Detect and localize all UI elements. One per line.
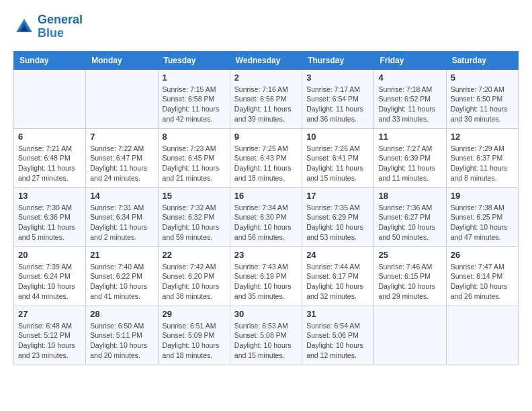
calendar-cell [374, 306, 446, 365]
day-number: 27 [18, 309, 81, 319]
day-detail: Sunrise: 7:34 AM Sunset: 6:30 PM Dayligh… [234, 203, 298, 242]
day-number: 9 [234, 132, 298, 142]
calendar-cell: 6Sunrise: 7:21 AM Sunset: 6:48 PM Daylig… [14, 128, 86, 187]
day-number: 8 [163, 132, 226, 142]
calendar-header-row: SundayMondayTuesdayWednesdayThursdayFrid… [14, 51, 519, 69]
calendar-cell: 15Sunrise: 7:32 AM Sunset: 6:32 PM Dayli… [158, 187, 230, 246]
week-row-3: 13Sunrise: 7:30 AM Sunset: 6:36 PM Dayli… [14, 187, 519, 246]
week-row-5: 27Sunrise: 6:48 AM Sunset: 5:12 PM Dayli… [14, 306, 519, 365]
calendar-cell: 18Sunrise: 7:36 AM Sunset: 6:27 PM Dayli… [374, 187, 446, 246]
col-header-monday: Monday [86, 51, 158, 69]
day-detail: Sunrise: 7:22 AM Sunset: 6:47 PM Dayligh… [90, 144, 153, 183]
calendar-cell: 26Sunrise: 7:47 AM Sunset: 6:14 PM Dayli… [446, 246, 518, 306]
day-number: 31 [306, 309, 369, 319]
week-row-1: 1Sunrise: 7:15 AM Sunset: 6:58 PM Daylig… [14, 69, 519, 128]
day-number: 24 [306, 250, 369, 260]
col-header-tuesday: Tuesday [158, 51, 230, 69]
day-number: 19 [451, 191, 514, 201]
week-row-4: 20Sunrise: 7:39 AM Sunset: 6:24 PM Dayli… [14, 246, 519, 306]
calendar-cell [86, 69, 158, 128]
logo-icon [13, 16, 35, 38]
day-detail: Sunrise: 7:35 AM Sunset: 6:29 PM Dayligh… [306, 203, 369, 242]
day-detail: Sunrise: 7:26 AM Sunset: 6:41 PM Dayligh… [306, 144, 369, 183]
day-detail: Sunrise: 7:16 AM Sunset: 6:56 PM Dayligh… [234, 85, 298, 124]
day-number: 14 [90, 191, 153, 201]
calendar-cell: 24Sunrise: 7:44 AM Sunset: 6:17 PM Dayli… [302, 246, 374, 306]
calendar-cell: 7Sunrise: 7:22 AM Sunset: 6:47 PM Daylig… [86, 128, 158, 187]
calendar-cell: 30Sunrise: 6:53 AM Sunset: 5:08 PM Dayli… [230, 306, 302, 365]
week-row-2: 6Sunrise: 7:21 AM Sunset: 6:48 PM Daylig… [14, 128, 519, 187]
day-number: 28 [90, 309, 153, 319]
calendar-cell [14, 69, 86, 128]
day-detail: Sunrise: 7:18 AM Sunset: 6:52 PM Dayligh… [378, 85, 441, 124]
day-detail: Sunrise: 7:32 AM Sunset: 6:32 PM Dayligh… [163, 203, 226, 242]
day-number: 7 [90, 132, 153, 142]
calendar-cell: 8Sunrise: 7:23 AM Sunset: 6:45 PM Daylig… [158, 128, 230, 187]
day-number: 1 [163, 73, 226, 83]
calendar-table: SundayMondayTuesdayWednesdayThursdayFrid… [13, 51, 519, 365]
day-number: 4 [378, 73, 441, 83]
day-number: 18 [378, 191, 441, 201]
logo-text: General Blue [38, 13, 83, 40]
day-detail: Sunrise: 7:42 AM Sunset: 6:20 PM Dayligh… [163, 262, 226, 302]
day-detail: Sunrise: 7:27 AM Sunset: 6:39 PM Dayligh… [378, 144, 441, 183]
day-detail: Sunrise: 7:17 AM Sunset: 6:54 PM Dayligh… [306, 85, 369, 124]
calendar-cell: 28Sunrise: 6:50 AM Sunset: 5:11 PM Dayli… [86, 306, 158, 365]
day-number: 3 [306, 73, 369, 83]
day-number: 13 [18, 191, 81, 201]
calendar-cell: 3Sunrise: 7:17 AM Sunset: 6:54 PM Daylig… [302, 69, 374, 128]
day-number: 6 [18, 132, 81, 142]
day-detail: Sunrise: 6:48 AM Sunset: 5:12 PM Dayligh… [18, 321, 81, 361]
calendar-cell: 2Sunrise: 7:16 AM Sunset: 6:56 PM Daylig… [230, 69, 302, 128]
day-number: 16 [234, 191, 298, 201]
calendar-cell: 21Sunrise: 7:40 AM Sunset: 6:22 PM Dayli… [86, 246, 158, 306]
day-detail: Sunrise: 7:38 AM Sunset: 6:25 PM Dayligh… [451, 203, 514, 242]
day-number: 11 [378, 132, 441, 142]
day-detail: Sunrise: 7:23 AM Sunset: 6:45 PM Dayligh… [163, 144, 226, 183]
day-number: 15 [163, 191, 226, 201]
calendar-cell: 20Sunrise: 7:39 AM Sunset: 6:24 PM Dayli… [14, 246, 86, 306]
day-detail: Sunrise: 6:51 AM Sunset: 5:09 PM Dayligh… [163, 321, 226, 361]
calendar-cell: 29Sunrise: 6:51 AM Sunset: 5:09 PM Dayli… [158, 306, 230, 365]
col-header-friday: Friday [374, 51, 446, 69]
col-header-wednesday: Wednesday [230, 51, 302, 69]
calendar-cell: 25Sunrise: 7:46 AM Sunset: 6:15 PM Dayli… [374, 246, 446, 306]
calendar-cell: 22Sunrise: 7:42 AM Sunset: 6:20 PM Dayli… [158, 246, 230, 306]
page-header: General Blue [13, 13, 519, 40]
day-detail: Sunrise: 7:21 AM Sunset: 6:48 PM Dayligh… [18, 144, 81, 183]
calendar-cell: 1Sunrise: 7:15 AM Sunset: 6:58 PM Daylig… [158, 69, 230, 128]
day-detail: Sunrise: 7:31 AM Sunset: 6:34 PM Dayligh… [90, 203, 153, 242]
day-number: 2 [234, 73, 298, 83]
calendar-cell: 9Sunrise: 7:25 AM Sunset: 6:43 PM Daylig… [230, 128, 302, 187]
day-number: 10 [306, 132, 369, 142]
calendar-cell: 4Sunrise: 7:18 AM Sunset: 6:52 PM Daylig… [374, 69, 446, 128]
day-detail: Sunrise: 7:20 AM Sunset: 6:50 PM Dayligh… [451, 85, 514, 124]
logo: General Blue [13, 13, 83, 40]
col-header-thursday: Thursday [302, 51, 374, 69]
day-number: 23 [234, 250, 298, 260]
day-detail: Sunrise: 7:44 AM Sunset: 6:17 PM Dayligh… [306, 262, 369, 302]
calendar-cell: 27Sunrise: 6:48 AM Sunset: 5:12 PM Dayli… [14, 306, 86, 365]
col-header-sunday: Sunday [14, 51, 86, 69]
day-number: 29 [163, 309, 226, 319]
day-number: 21 [90, 250, 153, 260]
calendar-cell: 17Sunrise: 7:35 AM Sunset: 6:29 PM Dayli… [302, 187, 374, 246]
col-header-saturday: Saturday [446, 51, 518, 69]
day-detail: Sunrise: 7:29 AM Sunset: 6:37 PM Dayligh… [451, 144, 514, 183]
day-detail: Sunrise: 7:46 AM Sunset: 6:15 PM Dayligh… [378, 262, 441, 302]
day-detail: Sunrise: 7:40 AM Sunset: 6:22 PM Dayligh… [90, 262, 153, 302]
day-number: 20 [18, 250, 81, 260]
day-number: 22 [163, 250, 226, 260]
day-detail: Sunrise: 7:39 AM Sunset: 6:24 PM Dayligh… [18, 262, 81, 302]
day-detail: Sunrise: 7:43 AM Sunset: 6:19 PM Dayligh… [234, 262, 298, 302]
calendar-cell: 23Sunrise: 7:43 AM Sunset: 6:19 PM Dayli… [230, 246, 302, 306]
calendar-cell: 19Sunrise: 7:38 AM Sunset: 6:25 PM Dayli… [446, 187, 518, 246]
day-number: 26 [451, 250, 514, 260]
calendar-cell: 13Sunrise: 7:30 AM Sunset: 6:36 PM Dayli… [14, 187, 86, 246]
day-number: 17 [306, 191, 369, 201]
day-number: 30 [234, 309, 298, 319]
calendar-cell [446, 306, 518, 365]
day-detail: Sunrise: 7:36 AM Sunset: 6:27 PM Dayligh… [378, 203, 441, 242]
day-number: 12 [451, 132, 514, 142]
calendar-cell: 5Sunrise: 7:20 AM Sunset: 6:50 PM Daylig… [446, 69, 518, 128]
